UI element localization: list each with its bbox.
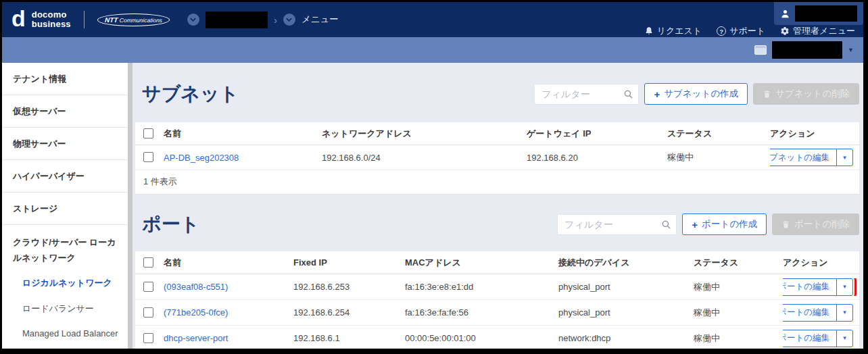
request-menu-item[interactable]: リクエスト: [644, 25, 702, 37]
search-icon: [623, 89, 633, 99]
menu-dropdown[interactable]: メニュー: [302, 14, 339, 26]
port-table-row: dhcp-server-port 192.168.6.1 00:00:5e:00…: [135, 326, 859, 349]
attached-device-cell: network:dhcp: [558, 333, 694, 343]
port-name-link[interactable]: (771be205-0fce): [164, 307, 228, 318]
row-checkbox[interactable]: [143, 333, 153, 343]
subnet-name-link[interactable]: AP-DB_seg202308: [164, 153, 239, 163]
question-icon: ?: [717, 26, 726, 36]
plus-icon: +: [692, 219, 698, 230]
delete-subnet-button[interactable]: サブネットの削除: [753, 83, 859, 105]
row-checkbox[interactable]: [143, 307, 153, 318]
edit-port-split-button[interactable]: ポートの編集 ▼: [783, 304, 853, 322]
status-cell: 稼働中: [694, 281, 783, 293]
attached-device-cell: physical_port: [558, 307, 694, 318]
chevron-down-icon[interactable]: ▼: [837, 279, 852, 295]
sidebar-item[interactable]: Managed Load Balancer: [2, 322, 128, 345]
mac-address-cell: 00:00:5e:00:01:00: [405, 333, 558, 343]
mac-address-cell: fa:16:3e:fa:fe:56: [405, 307, 558, 318]
workspace-icon: [754, 45, 767, 55]
sidebar-item[interactable]: ロードバランサー: [2, 296, 128, 322]
subnet-table-header: 名前 ネットワークアドレス ゲートウェイ IP ステータス アクション: [135, 122, 859, 145]
create-subnet-button[interactable]: + サブネットの作成: [644, 83, 748, 105]
header-menu: リクエスト ? サポート 管理者メニュー: [644, 25, 863, 42]
subnet-table-row: AP-DB_seg202308 192.168.6.0/24 192.168.6…: [135, 145, 859, 170]
delete-port-button[interactable]: ポートの削除: [772, 213, 859, 235]
chevron-down-circle-icon[interactable]: [283, 14, 295, 26]
fixed-ip-cell: 192.168.6.1: [293, 333, 405, 343]
status-cell: 稼働中: [667, 151, 770, 163]
docomo-d-logo-mark: d: [11, 7, 26, 30]
trash-icon: [763, 90, 771, 99]
subnet-table: 名前 ネットワークアドレス ゲートウェイ IP ステータス アクション AP-D…: [135, 122, 859, 195]
sidebar-item[interactable]: 仮想サーバー: [2, 95, 128, 128]
row-checkbox[interactable]: [143, 152, 153, 162]
trash-icon: [781, 220, 790, 229]
sidebar-item[interactable]: ハイパーバイザー: [2, 160, 128, 193]
port-page-title: ポート: [142, 213, 199, 235]
redacted-user-name: [795, 5, 857, 22]
logo-divider: [84, 11, 85, 28]
subnet-filter: [534, 84, 639, 105]
select-all-checkbox[interactable]: [143, 257, 153, 268]
port-name-link[interactable]: dhcp-server-port: [164, 333, 228, 343]
port-table-header: 名前 Fixed IP MACアドレス 接続中のデバイス ステータス アクション: [135, 251, 859, 274]
logo-brand-bottom: business: [32, 20, 71, 29]
bell-icon: [644, 26, 654, 36]
subnet-count-label: 1 件表示: [135, 170, 859, 195]
sidebar-item[interactable]: 物理サーバー: [2, 128, 128, 160]
gateway-ip-cell: 192.168.6.20: [527, 153, 667, 163]
port-section-head: ポート + ポートの作成 ポートの削除: [132, 195, 863, 235]
port-filter: [557, 214, 677, 235]
subnet-page-title: サブネット: [142, 83, 239, 105]
fixed-ip-cell: 192.168.6.254: [293, 307, 405, 318]
subnet-section-head: サブネット + サブネットの作成 サブネットの削除: [132, 63, 863, 105]
status-cell: 稼働中: [694, 307, 783, 319]
app-window: d docomo business NTT Communications › メ…: [2, 2, 863, 349]
support-menu-item[interactable]: ? サポート: [717, 25, 765, 37]
search-icon: [661, 220, 671, 230]
attached-device-cell: physical_port: [558, 282, 694, 292]
user-icon: [780, 9, 790, 19]
sidebar-content-divider: [128, 63, 132, 349]
header-right: リクエスト ? サポート 管理者メニュー: [644, 2, 863, 37]
row-checkbox[interactable]: [143, 282, 153, 292]
chevron-down-icon[interactable]: ▼: [837, 330, 852, 347]
top-header: d docomo business NTT Communications › メ…: [2, 2, 863, 37]
redacted-workspace-name: [772, 41, 842, 59]
edit-port-split-button[interactable]: ポートの編集 ▼: [783, 278, 853, 296]
sidebar-item[interactable]: クラウド/サーバー ローカルネットワーク: [2, 225, 128, 270]
user-account-chip[interactable]: [774, 2, 863, 25]
port-table-row: (771be205-0fce) 192.168.6.254 fa:16:3e:f…: [135, 300, 859, 326]
chevron-down-icon[interactable]: ▼: [837, 149, 852, 166]
gear-icon: [780, 26, 790, 36]
port-name-link[interactable]: (093eaf08-c551): [164, 282, 228, 292]
breadcrumb-separator: ›: [274, 14, 277, 26]
redacted-tenant-name: [206, 11, 268, 28]
main-content: サブネット + サブネットの作成 サブネットの削除: [132, 63, 863, 349]
plus-icon: +: [654, 88, 660, 100]
sidebar-item[interactable]: 共通機能ゲートウェイ: [2, 345, 128, 349]
sidebar-item[interactable]: ロジカルネットワーク: [2, 270, 128, 296]
docomo-business-logo: d docomo business NTT Communications: [11, 9, 170, 30]
ntt-communications-logo: NTT Communications: [97, 14, 170, 26]
chevron-down-icon[interactable]: ▼: [837, 305, 852, 321]
admin-menu-item[interactable]: 管理者メニュー: [780, 25, 855, 37]
select-all-checkbox[interactable]: [143, 128, 153, 138]
edit-port-split-button[interactable]: ポートの編集 ▼: [783, 330, 853, 347]
sidebar: テナント情報 仮想サーバー 物理サーバー ハイパーバイザー ストレージ クラウド…: [2, 63, 128, 349]
sidebar-item[interactable]: テナント情報: [2, 63, 128, 95]
mac-address-cell: fa:16:3e:e8:e1:dd: [405, 282, 558, 292]
network-address-cell: 192.168.6.0/24: [322, 153, 527, 163]
port-filter-input[interactable]: [557, 214, 677, 235]
chevron-down-circle-icon[interactable]: [187, 14, 199, 26]
edit-subnet-split-button[interactable]: サブネットの編集 ▼: [770, 149, 853, 166]
port-table-row: (093eaf08-c551) 192.168.6.253 fa:16:3e:e…: [135, 274, 859, 300]
status-cell: 稼働中: [694, 332, 783, 345]
logo-brand-top: docomo: [32, 10, 71, 20]
create-port-button[interactable]: + ポートの作成: [682, 213, 767, 235]
fixed-ip-cell: 192.168.6.253: [293, 282, 405, 292]
chevron-down-icon[interactable]: ▼: [848, 47, 854, 53]
port-table: 名前 Fixed IP MACアドレス 接続中のデバイス ステータス アクション…: [135, 251, 859, 349]
breadcrumb: › メニュー: [187, 11, 339, 28]
sidebar-item[interactable]: ストレージ: [2, 193, 128, 225]
